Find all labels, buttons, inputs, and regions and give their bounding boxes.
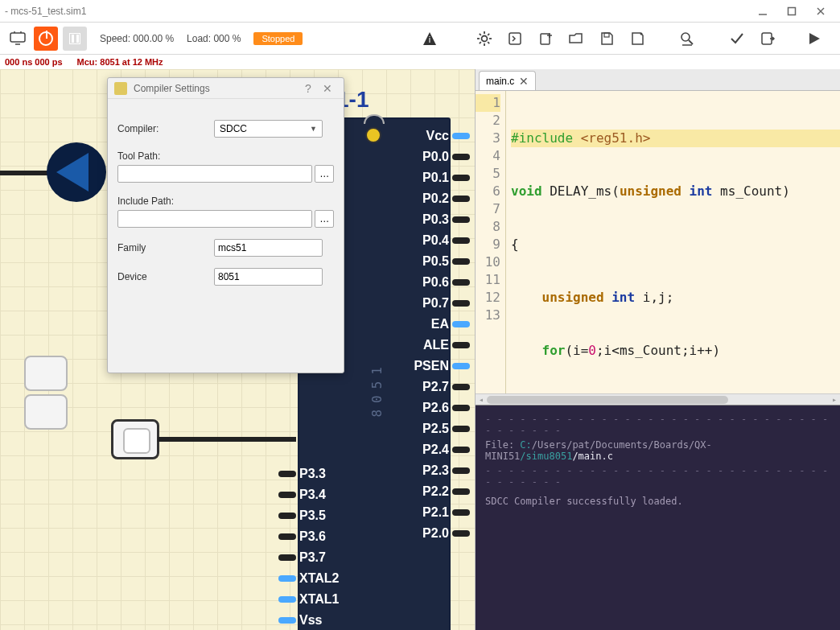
pin-P0.3[interactable]: P0.3 bbox=[401, 211, 470, 229]
pin-P0.7[interactable]: P0.7 bbox=[401, 294, 470, 312]
chevron-down-icon: ▼ bbox=[310, 125, 317, 133]
switch-component[interactable] bbox=[111, 419, 159, 459]
help-icon[interactable]: ? bbox=[299, 82, 318, 95]
pin-Vss[interactable]: Vss bbox=[278, 611, 322, 629]
pin-label: P2.5 bbox=[401, 422, 449, 436]
gutter-line: 11 bbox=[476, 271, 500, 289]
tab-label: main.c bbox=[486, 76, 514, 87]
pin-P0.5[interactable]: P0.5 bbox=[401, 253, 470, 270]
code-editor[interactable]: 12345678910111213 #include <reg51.h> voi… bbox=[476, 90, 840, 405]
pin-P3.3[interactable]: P3.3 bbox=[278, 465, 326, 483]
scroll-right-icon[interactable]: ▸ bbox=[829, 394, 840, 405]
gutter-line: 12 bbox=[476, 289, 500, 307]
power-button[interactable] bbox=[34, 27, 58, 51]
pin-XTAL1[interactable]: XTAL1 bbox=[278, 591, 339, 608]
dialog-icon bbox=[114, 82, 127, 95]
pin-P2.1[interactable]: P2.1 bbox=[401, 504, 470, 521]
pin-P0.2[interactable]: P0.2 bbox=[401, 190, 470, 208]
pin-P2.4[interactable]: P2.4 bbox=[401, 441, 470, 459]
pin-P0.1[interactable]: P0.1 bbox=[401, 169, 470, 187]
pin-label: P2.0 bbox=[401, 526, 449, 541]
maximize-icon[interactable] bbox=[777, 3, 806, 19]
pin-PSEN[interactable]: PSEN bbox=[401, 357, 470, 375]
pin-P3.5[interactable]: P3.5 bbox=[278, 507, 326, 525]
pin-label: P2.6 bbox=[401, 401, 449, 415]
pin-P2.7[interactable]: P2.7 bbox=[401, 378, 470, 396]
pin-P0.6[interactable]: P0.6 bbox=[401, 274, 470, 291]
pin-P2.2[interactable]: P2.2 bbox=[401, 483, 470, 500]
pin-P3.6[interactable]: P3.6 bbox=[278, 528, 326, 546]
save-as-icon[interactable] bbox=[626, 27, 649, 50]
upload-icon[interactable] bbox=[756, 27, 779, 50]
pin-label: P0.6 bbox=[401, 275, 449, 290]
pin-peg bbox=[278, 533, 296, 540]
include-input[interactable] bbox=[117, 210, 312, 228]
pin-label: P3.4 bbox=[299, 488, 326, 502]
run-icon[interactable] bbox=[803, 27, 826, 50]
pause-button[interactable] bbox=[63, 27, 87, 51]
pin-peg bbox=[452, 279, 470, 286]
toolpath-input[interactable] bbox=[117, 165, 312, 183]
pin-XTAL2[interactable]: XTAL2 bbox=[278, 570, 339, 587]
pin-ALE[interactable]: ALE bbox=[401, 336, 470, 354]
push-button-2[interactable] bbox=[24, 394, 68, 430]
gear-icon[interactable] bbox=[473, 27, 496, 50]
code-body[interactable]: #include <reg51.h> void DELAY_ms(unsigne… bbox=[506, 91, 840, 405]
compile-icon[interactable] bbox=[504, 27, 526, 50]
pin-peg bbox=[452, 321, 470, 327]
hscrollbar[interactable]: ◂ ▸ bbox=[476, 393, 840, 405]
pin-P2.3[interactable]: P2.3 bbox=[401, 462, 470, 480]
check-icon[interactable] bbox=[726, 27, 748, 50]
scroll-left-icon[interactable]: ◂ bbox=[476, 394, 487, 405]
pin-Vcc[interactable]: Vcc bbox=[401, 127, 470, 145]
save-icon[interactable] bbox=[595, 27, 618, 50]
push-button-1[interactable] bbox=[24, 356, 68, 391]
gutter-line: 4 bbox=[476, 147, 500, 165]
output-console[interactable]: - - - - - - - - - - - - - - - - - - - - … bbox=[476, 405, 840, 630]
compiler-label: Compiler: bbox=[117, 123, 214, 134]
gutter-line: 2 bbox=[476, 112, 500, 130]
scroll-thumb[interactable] bbox=[487, 396, 728, 404]
pin-P0.0[interactable]: P0.0 bbox=[401, 148, 470, 166]
pin-P2.0[interactable]: P2.0 bbox=[401, 525, 470, 542]
pin-peg bbox=[452, 154, 470, 160]
family-input[interactable] bbox=[214, 239, 323, 257]
new-file-icon[interactable] bbox=[534, 27, 557, 50]
pin-label: PSEN bbox=[401, 359, 449, 373]
find-icon[interactable] bbox=[676, 27, 698, 50]
stopped-badge: Stopped bbox=[253, 32, 303, 45]
pin-P2.5[interactable]: P2.5 bbox=[401, 420, 470, 438]
pin-EA[interactable]: EA bbox=[401, 315, 470, 333]
dialog-titlebar[interactable]: Compiler Settings ? ✕ bbox=[108, 78, 344, 99]
compiler-settings-dialog: Compiler Settings ? ✕ Compiler: SDCC ▼ T… bbox=[107, 77, 344, 373]
tab-main-c[interactable]: main.c ✕ bbox=[479, 71, 536, 90]
toolpath-browse-button[interactable]: … bbox=[315, 165, 334, 183]
pin-P2.6[interactable]: P2.6 bbox=[401, 399, 470, 417]
compiler-select[interactable]: SDCC ▼ bbox=[214, 120, 323, 138]
minimize-icon[interactable] bbox=[748, 3, 777, 19]
close-tab-icon[interactable]: ✕ bbox=[519, 75, 529, 88]
include-browse-button[interactable]: … bbox=[315, 210, 334, 228]
schematic-view[interactable]: 1-1 8051 VccP0.0P0.1P0.2P0.3P0.4P0.5P0.6… bbox=[0, 69, 475, 630]
info-icon[interactable]: i bbox=[418, 27, 441, 50]
pin-P0.4[interactable]: P0.4 bbox=[401, 232, 470, 249]
pin-P3.4[interactable]: P3.4 bbox=[278, 486, 326, 504]
console-divider-2: - - - - - - - - - - - - - - - - - - - - … bbox=[485, 465, 830, 488]
screen-icon[interactable] bbox=[6, 27, 29, 50]
pin-label: P2.7 bbox=[401, 380, 449, 394]
pin-peg bbox=[452, 258, 470, 265]
svg-line-18 bbox=[488, 33, 489, 35]
device-input[interactable] bbox=[214, 268, 323, 286]
open-file-icon[interactable] bbox=[565, 27, 587, 50]
pin-P3.7[interactable]: P3.7 bbox=[278, 549, 326, 566]
family-label: Family bbox=[117, 242, 214, 253]
pin-peg bbox=[278, 575, 296, 582]
pin-peg bbox=[452, 447, 470, 453]
svg-line-16 bbox=[488, 42, 489, 43]
close-icon[interactable]: ✕ bbox=[318, 82, 337, 95]
pin-label: P0.3 bbox=[401, 212, 449, 227]
toolbar: Speed: 000.00 % Load: 000 % Stopped i bbox=[0, 23, 840, 55]
led-component[interactable] bbox=[0, 142, 105, 206]
dialog-title: Compiler Settings bbox=[134, 83, 299, 94]
close-icon[interactable] bbox=[806, 3, 835, 19]
